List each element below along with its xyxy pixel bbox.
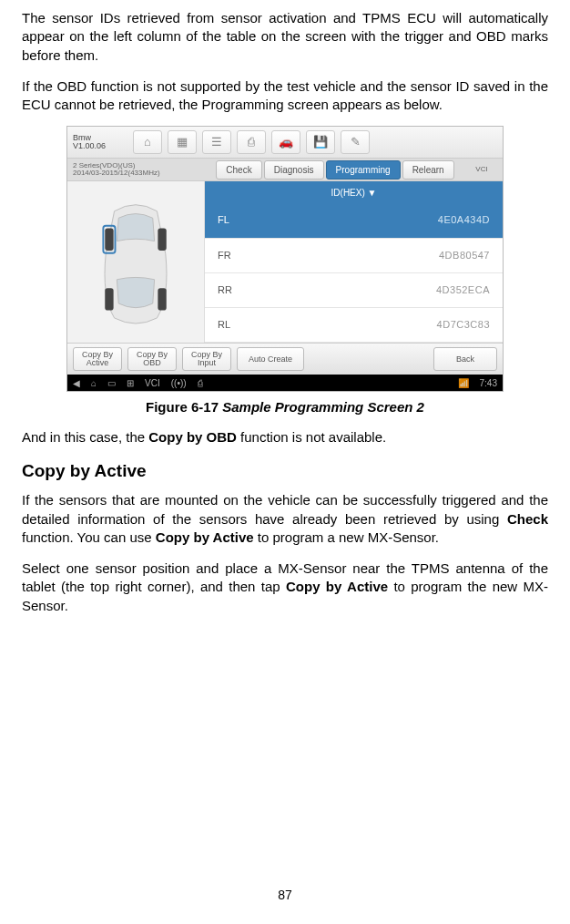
pos-label: RL [218, 318, 272, 332]
car-icon[interactable]: 🚗 [271, 130, 300, 154]
data-area: ID(HEX) ▼ FL 4E0A434D FR 4DB80547 RR 4D3… [205, 181, 503, 343]
paragraph: If the OBD function is not supported by … [22, 77, 548, 115]
back-button[interactable]: Back [433, 347, 497, 371]
save-icon[interactable]: 💾 [306, 130, 335, 154]
car-panel [67, 181, 205, 343]
text: And in this case, the [22, 429, 148, 445]
bold-term: Copy by OBD [148, 429, 237, 445]
paragraph: If the sensors that are mounted on the v… [22, 491, 548, 547]
nav-screenshot-icon[interactable]: ⎙ [198, 377, 203, 390]
nav-tpms-icon[interactable]: ((•)) [171, 377, 187, 390]
pos-label: FR [218, 249, 272, 262]
paragraph: The sensor IDs retrieved from sensor act… [22, 9, 548, 65]
copy-by-obd-button[interactable]: Copy By OBD [127, 347, 177, 371]
wifi-icon: 📶 [458, 377, 469, 390]
nav-vci-icon[interactable]: VCI [145, 377, 160, 390]
main-body: ID(HEX) ▼ FL 4E0A434D FR 4DB80547 RR 4D3… [67, 181, 503, 343]
sensor-row-fr[interactable]: FR 4DB80547 [205, 239, 503, 273]
sensor-row-fl[interactable]: FL 4E0A434D [205, 203, 503, 238]
sensor-id: 4D352ECA [272, 283, 490, 297]
sensor-id: 4E0A434D [272, 213, 490, 227]
bold-term: Check [507, 511, 548, 527]
brand-line2: V1.00.06 [73, 142, 127, 150]
bold-term: Copy by Active [156, 529, 254, 545]
tab-programming[interactable]: Programming [326, 160, 401, 180]
nav-recent-icon[interactable]: ▭ [107, 377, 116, 390]
tab-relearn[interactable]: Relearn [402, 160, 454, 180]
car-diagram-icon [81, 194, 190, 331]
section-heading: Copy by Active [22, 459, 548, 483]
nav-apps-icon[interactable]: ⊞ [127, 377, 134, 390]
vci-indicator: VCI [461, 165, 503, 175]
svg-rect-0 [105, 228, 113, 250]
footer-toolbar: Copy By Active Copy By OBD Copy By Input… [67, 343, 503, 375]
page-number: 87 [0, 887, 570, 904]
grid-icon[interactable]: ▦ [168, 130, 197, 154]
text: If the sensors that are mounted on the v… [22, 492, 548, 526]
pos-label: RR [218, 283, 272, 297]
sensor-id: 4DB80547 [272, 249, 490, 262]
figure-caption: Figure 6-17 Sample Programming Screen 2 [22, 398, 548, 416]
svg-rect-3 [158, 288, 166, 310]
copy-by-active-button[interactable]: Copy By Active [73, 347, 122, 371]
nav-back-icon[interactable]: ◀ [73, 377, 80, 390]
titlebar: Bmw V1.00.06 ⌂ ▦ ☰ ⎙ 🚗 💾 ✎ [67, 127, 503, 159]
sensor-row-rr[interactable]: RR 4D352ECA [205, 273, 503, 308]
print-icon[interactable]: ⎙ [237, 130, 266, 154]
sensor-id: 4D7C3C83 [272, 318, 490, 332]
figure-title: Sample Programming Screen 2 [222, 399, 424, 415]
text: function. You can use [22, 529, 156, 545]
vehicle-info: 2 Series(VDO)(US) 2014/03-2015/12(433MHz… [67, 162, 209, 178]
copy-by-input-button[interactable]: Copy By Input [182, 347, 231, 371]
svg-rect-2 [105, 288, 113, 310]
paragraph: And in this case, the Copy by OBD functi… [22, 428, 548, 447]
id-header[interactable]: ID(HEX) ▼ [205, 181, 503, 203]
edit-icon[interactable]: ✎ [341, 130, 370, 154]
brand-label: Bmw V1.00.06 [73, 134, 127, 151]
nav-home-icon[interactable]: ⌂ [91, 377, 97, 390]
text: to program a new MX-Sensor. [254, 529, 439, 545]
sensor-row-rl[interactable]: RL 4D7C3C83 [205, 308, 503, 343]
doc-icon[interactable]: ☰ [202, 130, 231, 154]
paragraph: Select one sensor position and place a M… [22, 560, 548, 615]
bold-term: Copy by Active [286, 579, 388, 594]
subheader: 2 Series(VDO)(US) 2014/03-2015/12(433MHz… [67, 159, 503, 181]
programming-screenshot: Bmw V1.00.06 ⌂ ▦ ☰ ⎙ 🚗 💾 ✎ 2 Series(VDO)… [67, 127, 503, 391]
system-bar: ◀ ⌂ ▭ ⊞ VCI ((•)) ⎙ 📶 7:43 [67, 375, 503, 391]
tab-check[interactable]: Check [216, 160, 261, 180]
tab-row: Check Diagnosis Programming Relearn [209, 160, 461, 180]
svg-rect-1 [158, 228, 166, 250]
auto-create-button[interactable]: Auto Create [237, 347, 304, 371]
clock-label: 7:43 [480, 377, 497, 390]
home-icon[interactable]: ⌂ [133, 130, 162, 154]
tab-diagnosis[interactable]: Diagnosis [264, 160, 324, 180]
text: function is not available. [237, 429, 386, 445]
pos-label: FL [218, 213, 272, 227]
figure-number: Figure 6-17 [146, 399, 222, 415]
vehicle-line2: 2014/03-2015/12(433MHz) [73, 169, 209, 177]
